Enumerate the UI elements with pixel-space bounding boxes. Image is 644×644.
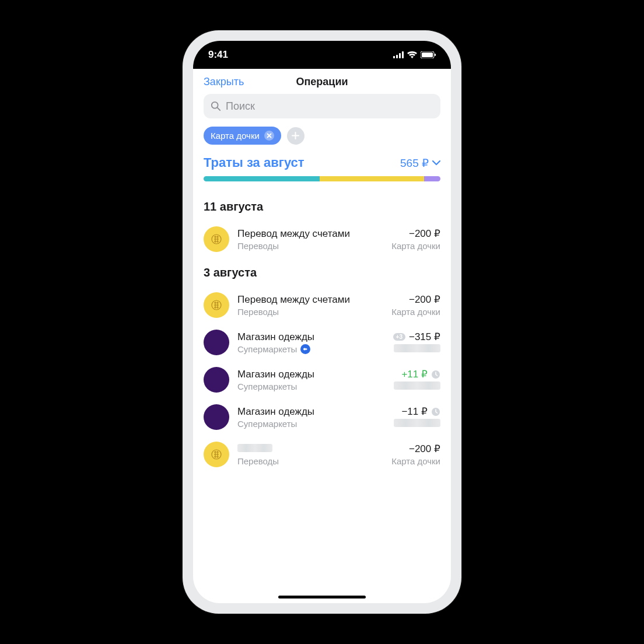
transaction-subtext [393,344,440,354]
transaction-amount: +11 ₽ [394,368,440,380]
transaction-row[interactable]: Магазин одеждыСупермаркеты−11 ₽ [193,398,451,436]
bar-segment-teal [204,176,320,181]
clock-icon [431,370,440,379]
status-bar: 9:41 [193,41,451,69]
phone-screen: 9:41 Закрыть Операции Поиск Карта дочки [193,41,451,603]
transaction-subtext: Карта дочки [391,307,440,317]
transfer-icon [204,226,229,252]
status-icons [393,51,436,58]
transaction-amount: −11 ₽ [394,405,440,418]
transaction-row[interactable]: Перевод между счетамиПереводы−200 ₽Карта… [193,220,451,258]
svg-rect-3 [402,51,404,58]
transaction-info: Магазин одеждыСупермаркеты [237,369,386,391]
transaction-category: Переводы [237,241,383,251]
transaction-subtext [394,419,440,429]
summary-amount-toggle[interactable]: 565 ₽ [400,156,440,170]
transaction-amount: −200 ₽ [391,443,440,455]
transaction-title: Перевод между счетами [237,228,383,240]
transaction-title: Перевод между счетами [237,294,383,306]
close-button[interactable]: Закрыть [204,76,244,88]
transaction-amount: +3−315 ₽ [393,331,440,343]
transaction-category: Супермаркеты [237,382,386,391]
transaction-category: Переводы [237,307,383,317]
transaction-category: Супермаркеты [237,344,385,354]
cellular-icon [393,51,404,58]
summary-month[interactable]: август [264,155,304,170]
merchant-icon [204,367,229,393]
transaction-info: Магазин одеждыСупермаркеты [237,406,386,429]
transaction-amount-block: −200 ₽Карта дочки [391,443,440,466]
svg-rect-0 [393,56,395,58]
transaction-subtext [394,382,440,391]
notch [264,41,380,58]
redacted-text [394,382,440,390]
spending-bar[interactable] [204,176,440,181]
chip-label: Карта дочки [211,131,260,141]
transaction-subtext: Карта дочки [391,456,440,466]
svg-rect-6 [435,54,436,56]
clock-icon [431,407,440,416]
phone-frame: 9:41 Закрыть Операции Поиск Карта дочки [183,30,461,614]
search-placeholder: Поиск [226,100,255,113]
transaction-info: Перевод между счетамиПереводы [237,228,383,251]
section-date: 11 августа [193,192,451,220]
transaction-title: Магазин одежды [237,406,386,418]
chevron-down-icon [432,160,440,166]
section-date: 3 августа [193,258,451,286]
svg-rect-5 [422,52,433,57]
transaction-row[interactable]: Перевод между счетамиПереводы−200 ₽Карта… [193,286,451,324]
home-indicator[interactable] [278,596,366,598]
transaction-category: Супермаркеты [237,419,386,429]
redacted-text [394,419,440,427]
transaction-category: Переводы [237,456,383,466]
transaction-amount-block: −11 ₽ [394,405,440,429]
transaction-amount-block: +11 ₽ [394,368,440,391]
transaction-amount-block: −200 ₽Карта дочки [391,228,440,251]
svg-point-12 [303,348,306,350]
filter-chip[interactable]: Карта дочки [204,127,281,145]
search-icon [211,101,221,111]
bar-segment-yellow [320,176,424,181]
spending-summary: Траты за август 565 ₽ [193,155,451,176]
transaction-title: Магазин одежды [237,331,385,343]
transaction-title [237,443,383,455]
merchant-icon [204,404,229,430]
transaction-amount-block: −200 ₽Карта дочки [391,293,440,317]
transfer-icon [204,442,229,467]
transaction-amount-block: +3−315 ₽ [393,331,440,354]
transaction-row[interactable]: Магазин одеждыСупермаркеты+11 ₽ [193,361,451,398]
wifi-icon [407,51,417,58]
svg-line-8 [218,108,220,111]
filter-chips: Карта дочки [193,127,451,155]
transaction-row[interactable]: Магазин одеждыСупермаркеты+3−315 ₽ [193,324,451,361]
transaction-amount: −200 ₽ [391,293,440,306]
transaction-subtext: Карта дочки [391,241,440,251]
transaction-list: 11 августаПеревод между счетамиПереводы−… [193,192,451,473]
svg-rect-2 [399,53,401,58]
battery-icon [421,51,436,58]
merchant-icon [204,330,229,355]
summary-title: Траты за август [204,155,304,170]
add-filter-button[interactable] [287,127,304,145]
search-input[interactable]: Поиск [204,94,440,118]
transaction-info: Переводы [237,443,383,466]
transaction-info: Перевод между счетамиПереводы [237,294,383,317]
transaction-title: Магазин одежды [237,369,386,380]
transaction-info: Магазин одеждыСупермаркеты [237,331,385,354]
transaction-amount: −200 ₽ [391,228,440,240]
transaction-row[interactable]: Переводы−200 ₽Карта дочки [193,436,451,473]
bar-segment-purple [424,176,440,181]
summary-amount: 565 ₽ [400,156,429,170]
chip-remove-icon[interactable] [264,131,274,141]
redacted-text [394,344,440,352]
category-badge-icon [300,344,310,354]
count-badge: +3 [393,333,405,341]
nav-bar: Закрыть Операции [193,69,451,94]
transfer-icon [204,292,229,318]
status-time: 9:41 [208,49,228,61]
svg-point-7 [212,102,218,108]
svg-rect-1 [396,55,398,58]
redacted-text [237,444,272,452]
page-title: Операции [296,76,348,88]
